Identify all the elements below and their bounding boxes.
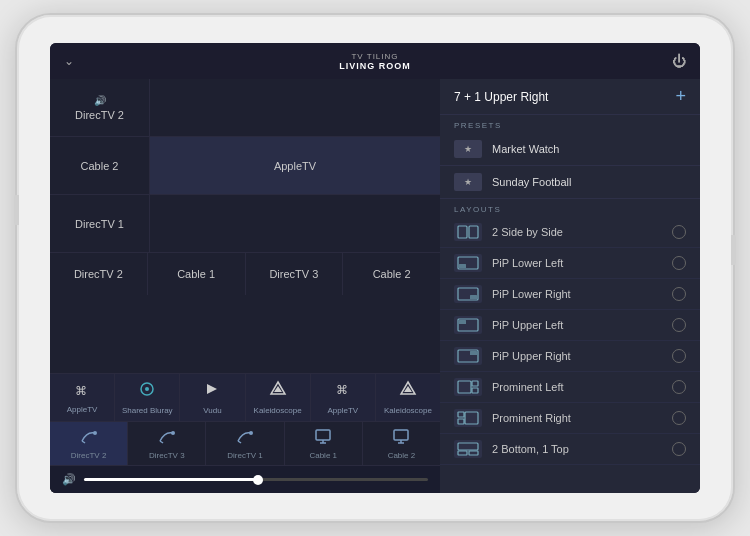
sat-dirtv3[interactable]: DirecTV 3	[128, 422, 206, 465]
sat-label: Cable 1	[309, 451, 337, 460]
bluray-icon	[138, 380, 156, 403]
source-icon-row: ⌘ AppleTV Shared Bluray V	[50, 373, 440, 421]
layout-icon-pip-lr	[454, 285, 482, 303]
grid-cell-cable2[interactable]: Cable 2	[50, 137, 150, 194]
layout-label: PiP Lower Right	[492, 288, 662, 300]
svg-rect-28	[459, 320, 466, 324]
star-icon-2: ★	[464, 177, 472, 187]
layout-label: PiP Upper Left	[492, 319, 662, 331]
layout-2-bottom-1-top[interactable]: 2 Bottom, 1 Top	[440, 434, 700, 465]
layout-radio[interactable]	[672, 287, 686, 301]
cell-label: DirecTV 2	[74, 268, 123, 280]
grid-cell-dirtv1[interactable]: DirecTV 1	[50, 195, 150, 252]
svg-text:⌘: ⌘	[336, 383, 348, 397]
svg-line-12	[160, 441, 163, 443]
svg-rect-38	[458, 451, 467, 455]
grid-cell-dirtv2-top[interactable]: 🔊 DirecTV 2	[50, 79, 150, 136]
layout-2-side-by-side[interactable]: 2 Side by Side	[440, 217, 700, 248]
svg-point-2	[145, 387, 149, 391]
source-label: Vudu	[203, 406, 221, 415]
layout-radio[interactable]	[672, 411, 686, 425]
preset-market-watch[interactable]: ★ Market Watch	[440, 133, 700, 166]
volume-thumb	[253, 475, 263, 485]
layout-label: Prominent Right	[492, 412, 662, 424]
top-bar-room: LIVING ROOM	[339, 61, 411, 71]
layouts-label: LAYOUTS	[440, 199, 700, 217]
sat-label: DirecTV 2	[71, 451, 107, 460]
volume-icon: 🔊	[62, 473, 76, 486]
sat-cable2[interactable]: Cable 2	[363, 422, 440, 465]
tablet-frame: ⌄ TV TILING LIVING ROOM ⏻ 🔊 DirecTV 2	[15, 13, 735, 523]
right-panel: 7 + 1 Upper Right + PRESETS ★ Market Wat…	[440, 79, 700, 493]
layout-icon-2side	[454, 223, 482, 241]
top-bar-subtitle: TV TILING	[339, 52, 411, 61]
source-kaleid-2[interactable]: Kaleidoscope	[376, 374, 440, 421]
layout-prominent-left[interactable]: Prominent Left	[440, 372, 700, 403]
source-bluray[interactable]: Shared Bluray	[115, 374, 180, 421]
source-kaleid-1[interactable]: Kaleidoscope	[246, 374, 311, 421]
vudu-icon	[203, 380, 221, 403]
grid-cell-cable1[interactable]: Cable 1	[148, 253, 246, 295]
sat-label: DirecTV 3	[149, 451, 185, 460]
layout-label: Prominent Left	[492, 381, 662, 393]
grid-cell-appletv[interactable]: AppleTV	[150, 137, 440, 194]
sat-dirtv2[interactable]: DirecTV 2	[50, 422, 128, 465]
volume-slider[interactable]	[84, 478, 428, 481]
layout-radio[interactable]	[672, 442, 686, 456]
cell-label: DirecTV 1	[75, 218, 124, 230]
grid-row-1: 🔊 DirecTV 2	[50, 79, 440, 137]
left-panel: 🔊 DirecTV 2 Cable 2 AppleTV	[50, 79, 440, 493]
layout-label: PiP Upper Right	[492, 350, 662, 362]
grid-row-2: Cable 2 AppleTV	[50, 137, 440, 195]
grid-row-3: DirecTV 1	[50, 195, 440, 253]
cell-label: Cable 2	[81, 160, 119, 172]
layout-prominent-right[interactable]: Prominent Right	[440, 403, 700, 434]
grid-cell-dirtv2-b[interactable]: DirecTV 2	[50, 253, 148, 295]
source-appletv-1[interactable]: ⌘ AppleTV	[50, 374, 115, 421]
cell-label: DirecTV 2	[75, 109, 124, 121]
layout-radio[interactable]	[672, 256, 686, 270]
layout-radio[interactable]	[672, 225, 686, 239]
source-vudu[interactable]: Vudu	[180, 374, 245, 421]
sat-cable1[interactable]: Cable 1	[285, 422, 363, 465]
sat-dirtv1[interactable]: DirecTV 1	[206, 422, 284, 465]
svg-point-11	[171, 431, 175, 435]
layout-radio[interactable]	[672, 349, 686, 363]
sat-dish-icon-2	[157, 427, 177, 449]
main-content: 🔊 DirecTV 2 Cable 2 AppleTV	[50, 79, 700, 493]
layout-radio[interactable]	[672, 318, 686, 332]
top-bar: ⌄ TV TILING LIVING ROOM ⏻	[50, 43, 700, 79]
svg-rect-15	[316, 430, 330, 440]
svg-rect-31	[458, 381, 471, 393]
layout-pip-upper-left[interactable]: PiP Upper Left	[440, 310, 700, 341]
layout-radio[interactable]	[672, 380, 686, 394]
volume-icon: 🔊	[94, 95, 106, 106]
source-appletv-2[interactable]: ⌘ AppleTV	[311, 374, 376, 421]
kaleidoscope-icon-2	[399, 380, 417, 403]
grid-cell-empty-1[interactable]	[150, 79, 440, 136]
sat-label: Cable 2	[388, 451, 416, 460]
side-button-right	[731, 235, 736, 265]
side-button-left	[14, 195, 19, 225]
layout-pip-lower-left[interactable]: PiP Lower Left	[440, 248, 700, 279]
cell-label: Cable 2	[373, 268, 411, 280]
svg-rect-34	[465, 412, 478, 424]
source-label: Kaleidoscope	[254, 406, 302, 415]
preset-label-2: Sunday Football	[492, 176, 572, 188]
grid-cell-cable2-b[interactable]: Cable 2	[343, 253, 440, 295]
grid-cell-dirtv3[interactable]: DirecTV 3	[246, 253, 344, 295]
layout-pip-lower-right[interactable]: PiP Lower Right	[440, 279, 700, 310]
layout-icon-prom-right	[454, 409, 482, 427]
add-button[interactable]: +	[675, 86, 686, 107]
monitor-icon-2	[391, 427, 411, 449]
layout-label: 2 Bottom, 1 Top	[492, 443, 662, 455]
layout-pip-upper-right[interactable]: PiP Upper Right	[440, 341, 700, 372]
grid-cell-empty-3[interactable]	[150, 195, 440, 252]
chevron-icon[interactable]: ⌄	[64, 54, 74, 68]
presets-label: PRESETS	[440, 115, 700, 133]
preset-sunday-football[interactable]: ★ Sunday Football	[440, 166, 700, 199]
preset-icon-2: ★	[454, 173, 482, 191]
cell-label: AppleTV	[274, 160, 316, 172]
power-icon[interactable]: ⏻	[672, 53, 686, 69]
kaleidoscope-icon-1	[269, 380, 287, 403]
